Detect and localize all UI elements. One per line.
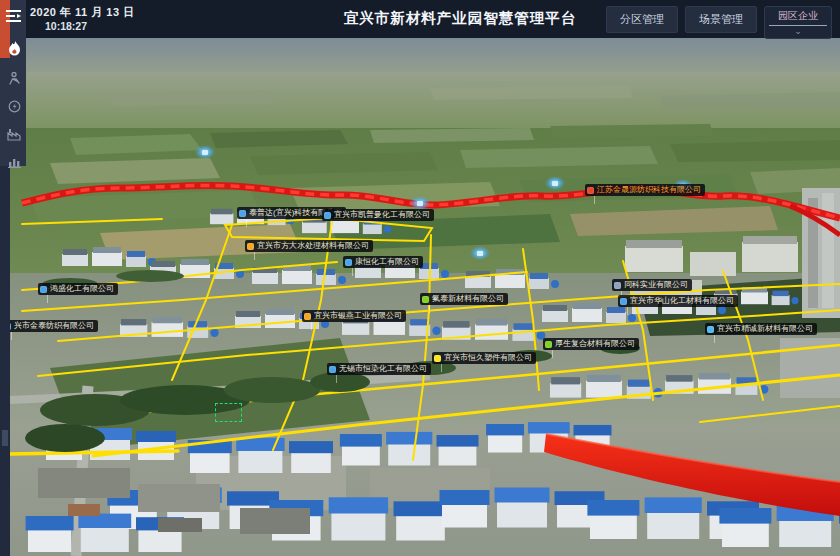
company-label-text: 氟泰新材料有限公司: [432, 294, 504, 304]
sidebar-strip: [0, 166, 10, 556]
hologram-marker[interactable]: [195, 146, 215, 159]
app-window: 鸿盛化工有限公司泰普达(宜兴)科技有限公司宜兴市凯普曼化工有限公司宜兴市方大水处…: [0, 0, 840, 556]
selection-box[interactable]: [215, 403, 242, 422]
company-label-text: 鸿盛化工有限公司: [50, 284, 114, 294]
park-enterprise-dropdown[interactable]: 园区企业 ⌄: [764, 6, 832, 39]
company-label[interactable]: 厚生复合材料有限公司: [543, 338, 639, 350]
company-marker-icon: [304, 313, 311, 320]
company-marker-icon: [239, 210, 246, 217]
menu-button[interactable]: [3, 4, 25, 28]
company-label[interactable]: 同科实业有限公司: [612, 279, 692, 291]
menu-icon: [6, 10, 22, 22]
company-label[interactable]: 氟泰新材料有限公司: [420, 293, 508, 305]
factory-button[interactable]: [3, 122, 25, 146]
company-label[interactable]: 兴市金泰纺织有限公司: [10, 320, 98, 332]
company-marker-icon: [247, 243, 254, 250]
company-label[interactable]: 无锡市恒染化工有限公司: [327, 363, 431, 375]
sidebar-scroll-thumb[interactable]: [2, 430, 8, 446]
company-label-text: 宜兴市恒久塑件有限公司: [444, 353, 532, 363]
dropdown-label: 园区企业: [769, 9, 827, 26]
company-marker-icon: [345, 259, 352, 266]
hologram-marker[interactable]: [410, 197, 430, 210]
company-marker-icon: [329, 366, 336, 373]
company-label[interactable]: 宜兴市精诚新材料有限公司: [705, 323, 817, 335]
map-label-layer: 鸿盛化工有限公司泰普达(宜兴)科技有限公司宜兴市凯普曼化工有限公司宜兴市方大水处…: [10, 38, 840, 556]
hologram-marker[interactable]: [470, 247, 490, 260]
company-marker-icon: [434, 355, 441, 362]
company-marker-icon: [620, 298, 627, 305]
company-label[interactable]: 宜兴市银燕工业有限公司: [302, 310, 406, 322]
company-marker-icon: [587, 187, 594, 194]
chevron-down-icon: ⌄: [794, 26, 802, 37]
fire-alarm-button[interactable]: [3, 36, 25, 60]
worker-icon: [8, 72, 21, 85]
energy-icon: [8, 100, 21, 113]
company-label-text: 康恒化工有限公司: [355, 257, 419, 267]
map-3d-view[interactable]: 鸿盛化工有限公司泰普达(宜兴)科技有限公司宜兴市凯普曼化工有限公司宜兴市方大水处…: [10, 38, 840, 556]
date-text: 2020 年 11 月 13 日: [30, 5, 135, 20]
hologram-marker[interactable]: [545, 177, 565, 190]
statistics-button[interactable]: [3, 150, 25, 174]
company-marker-icon: [614, 282, 621, 289]
time-text: 10:18:27: [45, 20, 87, 32]
company-marker-icon: [422, 296, 429, 303]
company-marker-icon: [707, 326, 714, 333]
company-label-text: 宜兴市精诚新材料有限公司: [717, 324, 813, 334]
flame-icon: [8, 41, 21, 56]
factory-icon: [7, 128, 21, 141]
zone-manage-button[interactable]: 分区管理: [606, 6, 678, 33]
company-label[interactable]: 鸿盛化工有限公司: [38, 283, 118, 295]
company-marker-icon: [324, 212, 331, 219]
company-label-text: 同科实业有限公司: [624, 280, 688, 290]
company-marker-icon: [545, 341, 552, 348]
bar-chart-icon: [8, 156, 21, 168]
company-marker-icon: [40, 286, 47, 293]
energy-button[interactable]: [3, 94, 25, 118]
company-label-text: 江苏金晟源纺织科技有限公司: [597, 185, 701, 195]
company-label[interactable]: 江苏金晟源纺织科技有限公司: [585, 184, 705, 196]
company-label-text: 宜兴市华山化工材料有限公司: [630, 296, 734, 306]
company-label[interactable]: 宜兴市方大水处理材料有限公司: [245, 240, 373, 252]
scene-manage-button[interactable]: 场景管理: [685, 6, 757, 33]
company-label-text: 宜兴市银燕工业有限公司: [314, 311, 402, 321]
company-label[interactable]: 康恒化工有限公司: [343, 256, 423, 268]
app-header: 2020 年 11 月 13 日 10:18:27 宜兴市新材料产业园智慧管理平…: [0, 0, 840, 38]
company-marker-icon: [10, 323, 11, 330]
company-label[interactable]: 宜兴市凯普曼化工有限公司: [322, 209, 434, 221]
company-label[interactable]: 宜兴市华山化工材料有限公司: [618, 295, 738, 307]
page-title: 宜兴市新材料产业园智慧管理平台: [300, 9, 620, 28]
company-label-text: 宜兴市凯普曼化工有限公司: [334, 210, 430, 220]
company-label-text: 兴市金泰纺织有限公司: [14, 321, 94, 331]
company-label-text: 宜兴市方大水处理材料有限公司: [257, 241, 369, 251]
company-label-text: 厚生复合材料有限公司: [555, 339, 635, 349]
company-label[interactable]: 宜兴市恒久塑件有限公司: [432, 352, 536, 364]
company-label-text: 无锡市恒染化工有限公司: [339, 364, 427, 374]
worker-button[interactable]: [3, 66, 25, 90]
